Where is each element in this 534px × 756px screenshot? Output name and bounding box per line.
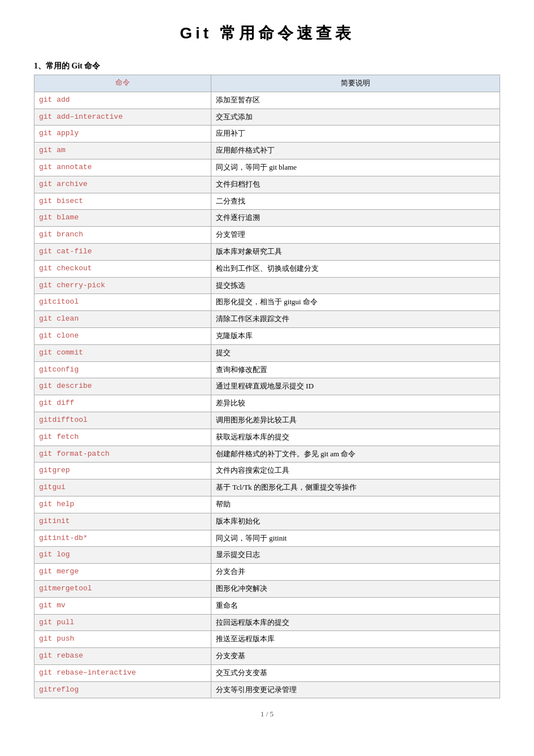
- table-row: git cherry-pick提交拣选: [34, 277, 500, 294]
- table-row: git add–interactive交互式添加: [34, 109, 500, 126]
- cell-command: git help: [34, 496, 211, 513]
- cell-description: 推送至远程版本库: [211, 631, 500, 648]
- table-row: gitmergetool图形化冲突解决: [34, 580, 500, 597]
- cell-command: gitreflog: [34, 681, 211, 698]
- cell-command: git push: [34, 631, 211, 648]
- cell-command: git clean: [34, 311, 211, 328]
- table-row: git describe通过里程碑直观地显示提交 ID: [34, 378, 500, 395]
- table-row: git rebase分支变基: [34, 648, 500, 665]
- cell-description: 调用图形化差异比较工具: [211, 412, 500, 429]
- cell-description: 版本库初始化: [211, 513, 500, 530]
- cell-command: git add: [34, 92, 211, 109]
- cell-command: git describe: [34, 378, 211, 395]
- table-row: gitinit版本库初始化: [34, 513, 500, 530]
- table-row: git archive文件归档打包: [34, 176, 500, 193]
- cell-command: git blame: [34, 210, 211, 227]
- cell-command: git fetch: [34, 429, 211, 446]
- table-row: gitconfig查询和修改配置: [34, 361, 500, 378]
- table-row: gitdifftool调用图形化差异比较工具: [34, 412, 500, 429]
- section1: 1、常用的 Git 命令 命令 简要说明 git add添加至暂存区git ad…: [34, 61, 500, 698]
- table-row: git pull拉回远程版本库的提交: [34, 614, 500, 631]
- cell-description: 文件内容搜索定位工具: [211, 463, 500, 479]
- cell-description: 交互式添加: [211, 109, 500, 126]
- cell-command: gitmergetool: [34, 580, 211, 597]
- cell-description: 应用邮件格式补丁: [211, 142, 500, 159]
- cell-command: git cherry-pick: [34, 277, 211, 294]
- table-row: gitcitool图形化提交，相当于 gitgui 命令: [34, 294, 500, 311]
- table-row: gitgui基于 Tcl/Tk 的图形化工具，侧重提交等操作: [34, 479, 500, 496]
- table-row: git clean清除工作区未跟踪文件: [34, 311, 500, 328]
- footer: 1 / 5: [34, 710, 500, 719]
- table-row: git rebase–interactive交互式分支变基: [34, 664, 500, 681]
- cell-description: 分支管理: [211, 227, 500, 244]
- cell-command: gitconfig: [34, 361, 211, 378]
- table-row: git fetch获取远程版本库的提交: [34, 429, 500, 446]
- table-row: gitreflog分支等引用变更记录管理: [34, 681, 500, 698]
- table-row: git log显示提交日志: [34, 547, 500, 564]
- cell-description: 图形化冲突解决: [211, 580, 500, 597]
- cell-command: git add–interactive: [34, 109, 211, 126]
- table-row: git am应用邮件格式补丁: [34, 142, 500, 159]
- table-row: git cat-file版本库对象研究工具: [34, 243, 500, 260]
- table-row: git format-patch创建邮件格式的补丁文件。参见 git am 命令: [34, 446, 500, 463]
- cell-command: git pull: [34, 614, 211, 631]
- cell-description: 版本库对象研究工具: [211, 243, 500, 260]
- cell-command: git bisect: [34, 193, 211, 210]
- table-row: gitgrep文件内容搜索定位工具: [34, 463, 500, 479]
- cell-description: 获取远程版本库的提交: [211, 429, 500, 446]
- cell-description: 通过里程碑直观地显示提交 ID: [211, 378, 500, 395]
- table-row: git add添加至暂存区: [34, 92, 500, 109]
- cell-command: git cat-file: [34, 243, 211, 260]
- cell-command: git commit: [34, 344, 211, 361]
- cell-command: git log: [34, 547, 211, 564]
- cell-description: 分支变基: [211, 648, 500, 665]
- table-row: git clone克隆版本库: [34, 327, 500, 344]
- cell-command: git mv: [34, 597, 211, 614]
- cell-description: 分支合并: [211, 564, 500, 581]
- cell-command: gitgui: [34, 479, 211, 496]
- table-row: gitinit-db*同义词，等同于 gitinit: [34, 530, 500, 547]
- cell-command: git diff: [34, 395, 211, 412]
- table-row: git checkout检出到工作区、切换或创建分支: [34, 260, 500, 277]
- cell-description: 拉回远程版本库的提交: [211, 614, 500, 631]
- cell-description: 基于 Tcl/Tk 的图形化工具，侧重提交等操作: [211, 479, 500, 496]
- cell-command: gitgrep: [34, 463, 211, 479]
- cell-description: 图形化提交，相当于 gitgui 命令: [211, 294, 500, 311]
- cell-command: git archive: [34, 176, 211, 193]
- table-row: git help帮助: [34, 496, 500, 513]
- cell-description: 文件归档打包: [211, 176, 500, 193]
- table-row: git merge分支合并: [34, 564, 500, 581]
- table-row: git push推送至远程版本库: [34, 631, 500, 648]
- cell-description: 应用补丁: [211, 126, 500, 142]
- cell-command: git branch: [34, 227, 211, 244]
- cell-description: 添加至暂存区: [211, 92, 500, 109]
- table-row: git commit提交: [34, 344, 500, 361]
- col-command: 命令: [34, 75, 211, 92]
- cell-description: 重命名: [211, 597, 500, 614]
- cell-command: git clone: [34, 327, 211, 344]
- table-row: git branch分支管理: [34, 227, 500, 244]
- cell-description: 检出到工作区、切换或创建分支: [211, 260, 500, 277]
- commands-table: 命令 简要说明 git add添加至暂存区git add–interactive…: [34, 75, 500, 698]
- cell-description: 清除工作区未跟踪文件: [211, 311, 500, 328]
- table-row: git blame文件逐行追溯: [34, 210, 500, 227]
- cell-description: 提交拣选: [211, 277, 500, 294]
- cell-command: git checkout: [34, 260, 211, 277]
- cell-command: gitinit: [34, 513, 211, 530]
- cell-description: 二分查找: [211, 193, 500, 210]
- cell-command: git format-patch: [34, 446, 211, 463]
- cell-command: git am: [34, 142, 211, 159]
- table-header-row: 命令 简要说明: [34, 75, 500, 92]
- table-row: git annotate同义词，等同于 git blame: [34, 159, 500, 176]
- cell-command: gitinit-db*: [34, 530, 211, 547]
- cell-description: 创建邮件格式的补丁文件。参见 git am 命令: [211, 446, 500, 463]
- table-row: git apply应用补丁: [34, 126, 500, 142]
- cell-command: gitdifftool: [34, 412, 211, 429]
- cell-description: 文件逐行追溯: [211, 210, 500, 227]
- table-row: git diff差异比较: [34, 395, 500, 412]
- col-description: 简要说明: [211, 75, 500, 92]
- cell-description: 查询和修改配置: [211, 361, 500, 378]
- cell-command: git annotate: [34, 159, 211, 176]
- cell-description: 帮助: [211, 496, 500, 513]
- cell-command: git apply: [34, 126, 211, 142]
